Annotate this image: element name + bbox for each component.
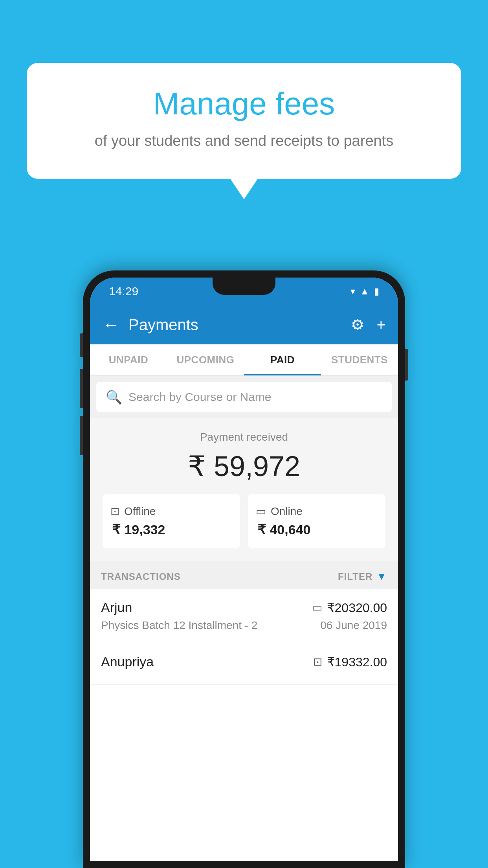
transaction-name: Arjun [101, 600, 132, 615]
payment-summary: Payment received ₹ 59,972 ⊡ Offline ₹ 19… [90, 418, 398, 561]
settings-button[interactable]: ⚙ [351, 316, 364, 333]
transaction-amount-row: ⊡ ₹19332.00 [313, 655, 387, 669]
offline-payment-icon: ⊡ [313, 655, 322, 668]
back-button[interactable]: ← [103, 315, 119, 334]
tab-unpaid[interactable]: UNPAID [90, 344, 167, 375]
filter-button[interactable]: FILTER ▼ [338, 570, 387, 583]
phone-frame: 14:29 ▾ ▲ ▮ ← Payments ⚙ + UNPAID UPCOMI… [83, 270, 405, 868]
search-bar[interactable]: 🔍 Search by Course or Name [96, 382, 392, 412]
speech-bubble: Manage fees of your students and send re… [27, 63, 461, 179]
offline-amount: ₹ 19,332 [110, 522, 165, 537]
offline-label: Offline [124, 505, 156, 518]
status-icons: ▾ ▲ ▮ [350, 286, 379, 297]
vol-up-button [80, 369, 83, 408]
add-button[interactable]: + [377, 316, 385, 333]
power-button [405, 349, 408, 381]
wifi-icon: ▾ [350, 286, 355, 297]
vol-down-button [80, 416, 83, 455]
transaction-amount: ₹20320.00 [327, 600, 387, 615]
tab-students[interactable]: STUDENTS [321, 344, 398, 375]
battery-icon: ▮ [374, 286, 379, 297]
filter-label: FILTER [338, 571, 372, 582]
search-icon: 🔍 [106, 389, 122, 405]
payment-received-label: Payment received [103, 431, 385, 443]
search-placeholder: Search by Course or Name [128, 390, 272, 404]
transaction-amount: ₹19332.00 [327, 655, 387, 669]
transaction-course: Physics Batch 12 Installment - 2 [101, 619, 257, 632]
payment-total: ₹ 59,972 [103, 450, 385, 483]
bubble-subtitle: of your students and send receipts to pa… [46, 131, 442, 151]
offline-icon: ⊡ [110, 505, 119, 518]
phone-notch [213, 278, 275, 295]
online-amount: ₹ 40,640 [256, 522, 310, 537]
transactions-header: TRANSACTIONS FILTER ▼ [90, 561, 398, 589]
content-area: 🔍 Search by Course or Name Payment recei… [90, 376, 398, 861]
bubble-title: Manage fees [46, 86, 442, 121]
online-icon: ▭ [256, 505, 266, 518]
transaction-date: 06 June 2019 [320, 619, 387, 632]
tab-bar: UNPAID UPCOMING PAID STUDENTS [90, 344, 398, 376]
vol-mute-button [80, 333, 83, 357]
transaction-list: Arjun ▭ ₹20320.00 Physics Batch 12 Insta… [90, 589, 398, 861]
transaction-item[interactable]: Arjun ▭ ₹20320.00 Physics Batch 12 Insta… [90, 589, 398, 643]
status-time: 14:29 [109, 285, 138, 298]
signal-icon: ▲ [360, 286, 369, 297]
transaction-amount-row: ▭ ₹20320.00 [312, 600, 387, 615]
app-bar-title: Payments [128, 316, 351, 334]
speech-bubble-container: Manage fees of your students and send re… [27, 63, 461, 179]
payment-cards: ⊡ Offline ₹ 19,332 ▭ Online ₹ 40,640 [103, 494, 385, 548]
online-label: Online [271, 505, 303, 518]
phone-screen: 14:29 ▾ ▲ ▮ ← Payments ⚙ + UNPAID UPCOMI… [90, 278, 398, 861]
tab-upcoming[interactable]: UPCOMING [167, 344, 244, 375]
offline-card: ⊡ Offline ₹ 19,332 [103, 494, 240, 548]
app-bar: ← Payments ⚙ + [90, 305, 398, 344]
transactions-label: TRANSACTIONS [101, 571, 181, 582]
transaction-item[interactable]: Anupriya ⊡ ₹19332.00 [90, 643, 398, 685]
filter-icon: ▼ [376, 570, 387, 583]
app-bar-actions: ⚙ + [351, 316, 385, 333]
tab-paid[interactable]: PAID [244, 344, 321, 375]
online-card: ▭ Online ₹ 40,640 [248, 494, 385, 548]
online-payment-icon: ▭ [312, 601, 322, 614]
transaction-name: Anupriya [101, 654, 154, 669]
